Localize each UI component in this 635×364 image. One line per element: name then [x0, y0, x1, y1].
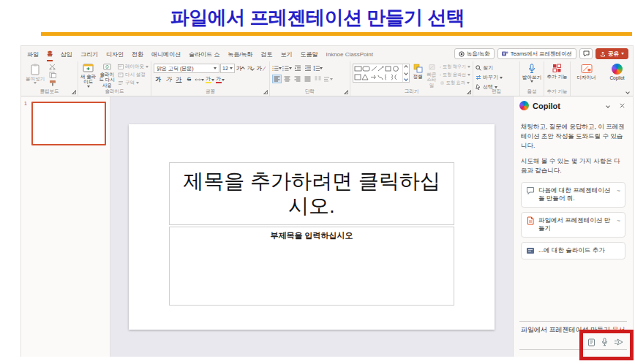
decrease-indent-icon [294, 65, 301, 72]
paste-button[interactable]: 붙여넣기 [23, 64, 47, 88]
slide-thumbnail[interactable] [31, 102, 106, 145]
justify-button[interactable] [303, 75, 312, 83]
tab-animations[interactable]: 애니메이션 [151, 48, 181, 61]
drawing-dialog-launcher-icon[interactable] [467, 90, 471, 94]
section-dropdown-icon [136, 82, 139, 84]
suggestion-card-create-from-file[interactable]: 파일에서 프레젠테이션 만들기 ~ [521, 212, 625, 238]
line-spacing-button[interactable] [313, 64, 323, 72]
addins-button[interactable]: 추가 기능 [546, 64, 568, 88]
arrange-button[interactable]: 정렬 [412, 64, 424, 88]
find-button[interactable]: 찾기 [476, 64, 503, 72]
shrink-font-button[interactable]: 가 [246, 64, 255, 73]
shape-effects-icon [440, 80, 445, 86]
tab-review[interactable]: 검토 [260, 48, 272, 61]
comments-button[interactable] [579, 48, 593, 59]
tab-insert[interactable]: 삽입 [61, 48, 72, 61]
reset-button[interactable]: 다시 설정 [118, 72, 149, 78]
tab-help[interactable]: 도움말 [300, 48, 318, 61]
numbering-button[interactable] [282, 64, 292, 72]
align-left-button[interactable] [272, 75, 282, 83]
dictate-dropdown-icon [530, 80, 533, 83]
designer-button[interactable]: 디자이너 [574, 64, 599, 88]
decrease-indent-button[interactable] [293, 64, 302, 72]
shape-effects-button[interactable]: 도형 효과 [440, 80, 470, 86]
tab-file[interactable]: 파일 [27, 48, 39, 61]
group-editing: 찾기 바꾸기 선택 편집 [473, 61, 520, 96]
font-size-select[interactable]: 12 [220, 64, 235, 73]
new-slide-button[interactable]: 새 슬라이드 [80, 64, 96, 88]
text-direction-button[interactable] [323, 75, 333, 83]
highlight-color-button[interactable]: 가 [205, 75, 214, 84]
content-area: 1 제목을 추가하려면 클릭하십시오. 부제목을 입력하십시오 Copilot [21, 96, 633, 357]
bold-button[interactable]: 가 [154, 75, 163, 84]
replace-button[interactable]: 바꾸기 [476, 74, 503, 81]
present-in-teams-button[interactable]: Teams에서 프레젠테이션 [497, 48, 576, 59]
copy-icon[interactable] [49, 72, 57, 78]
shape-fill-dropdown-icon [467, 66, 470, 68]
suggestion-card-add-slide[interactable]: ...에 대한 슬라이드 추가 [521, 242, 625, 259]
paragraph-dialog-launcher-icon[interactable] [344, 90, 348, 94]
tab-record[interactable]: 녹음/녹화 [228, 48, 252, 61]
card-more-icon: ~ [617, 186, 620, 195]
slide-canvas: 제목을 추가하려면 클릭하십시오. 부제목을 입력하십시오 [110, 96, 513, 357]
line-spacing-icon [313, 65, 320, 72]
format-painter-icon[interactable] [49, 80, 57, 86]
shapes-gallery[interactable] [353, 64, 410, 83]
strikethrough-button[interactable]: S [184, 75, 194, 84]
numbering-icon [282, 65, 289, 72]
shape-effects-dropdown-icon [467, 82, 470, 84]
tab-classpoint[interactable]: Inknoe ClassPoint [326, 48, 372, 60]
clear-format-button[interactable]: 가 [256, 64, 266, 73]
tab-transitions[interactable]: 전환 [132, 48, 143, 61]
reuse-slides-button[interactable]: 슬라이드 다시 사용 [98, 64, 116, 88]
record-button[interactable]: 녹음/녹화 [454, 48, 495, 59]
group-voice: 받아쓰기 음성 [520, 61, 544, 96]
section-button[interactable]: 구역 [118, 80, 149, 86]
tab-view[interactable]: 보기 [280, 48, 292, 61]
grow-font-button[interactable]: 가 [236, 64, 245, 73]
line-spacing-dropdown-icon [320, 67, 323, 69]
align-center-button[interactable] [282, 75, 292, 83]
tab-slideshow[interactable]: 슬라이드 쇼 [189, 48, 219, 61]
font-dialog-launcher-icon[interactable] [263, 90, 268, 94]
bullets-button[interactable] [272, 64, 282, 72]
group-addins: 추가 기능 추가 기능 [544, 61, 571, 96]
tab-design[interactable]: 디자인 [106, 48, 124, 61]
align-right-icon [294, 76, 301, 82]
title-placeholder[interactable]: 제목을 추가하려면 클릭하십시오. [169, 162, 454, 225]
tab-home[interactable]: 홈 [47, 47, 53, 61]
shape-fill-button[interactable]: 도형 채우기 [440, 64, 470, 70]
subtitle-placeholder[interactable]: 부제목을 입력하십시오 [169, 227, 454, 306]
clipboard-dialog-launcher-icon[interactable] [72, 90, 76, 94]
window-quick-actions: 녹음/녹화 Teams에서 프레젠테이션 공유 [454, 48, 628, 59]
font-color-button[interactable]: 가 [215, 75, 225, 84]
microphone-icon [528, 64, 536, 74]
copilot-close-button[interactable] [617, 101, 627, 111]
suggestion-card-create-presentation[interactable]: 다음에 대한 프레젠테이션을 만들어 줘. ~ [521, 182, 625, 208]
tab-draw[interactable]: 그리기 [80, 48, 98, 61]
share-button[interactable]: 공유 [595, 48, 628, 59]
cut-icon[interactable] [49, 64, 57, 70]
shape-outline-button[interactable]: 도형 윤곽선 [440, 72, 470, 78]
underline-button[interactable]: 가 [174, 75, 184, 84]
columns-button[interactable] [313, 75, 323, 83]
group-designer-copilot: 디자이너 Copilot [571, 61, 633, 96]
quick-styles-button[interactable]: 빠른 스타일 [426, 64, 437, 88]
align-right-button[interactable] [293, 75, 302, 83]
slide-thumbnail-panel: 1 [21, 96, 110, 357]
editing-buttons: 찾기 바꾸기 선택 [476, 64, 503, 88]
gallery-up-icon [404, 65, 408, 69]
copilot-button[interactable]: Copilot [605, 64, 630, 88]
shapes-gallery-scroll[interactable] [402, 64, 409, 82]
italic-button[interactable]: 가 [164, 75, 173, 84]
add-slide-icon [526, 246, 535, 255]
layout-button[interactable]: 레이아웃 [118, 64, 149, 70]
char-spacing-button[interactable] [195, 75, 204, 84]
dictate-button[interactable]: 받아쓰기 [522, 64, 541, 88]
copilot-collapse-button[interactable] [603, 101, 613, 111]
increase-indent-button[interactable] [303, 64, 312, 72]
font-name-select[interactable]: 맑은 고딕 (본문) [154, 64, 219, 73]
slide-editing-surface[interactable]: 제목을 추가하려면 클릭하십시오. 부제목을 입력하십시오 [129, 124, 495, 330]
powerpoint-window: 파일 홈 삽입 그리기 디자인 전환 애니메이션 슬라이드 쇼 녹음/녹화 검토… [20, 45, 634, 357]
shapes-icons [353, 64, 402, 82]
